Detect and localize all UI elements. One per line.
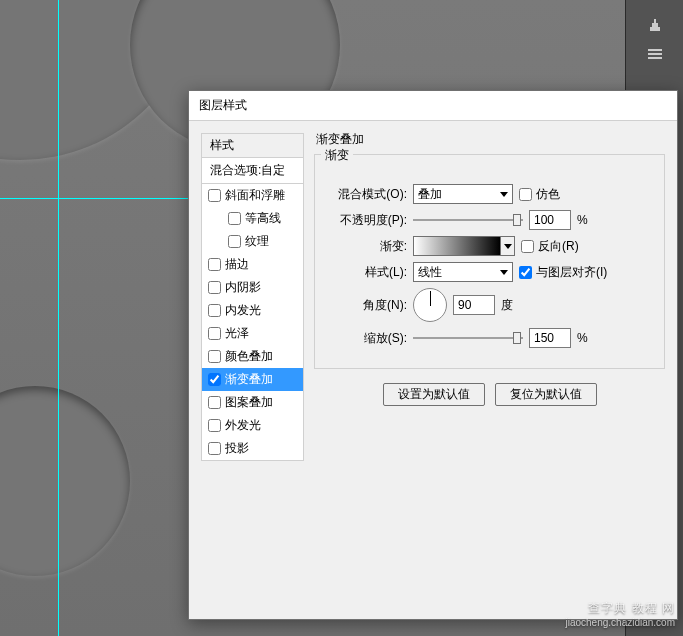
- style-item[interactable]: 内发光: [202, 299, 303, 322]
- blend-mode-label: 混合模式(O):: [325, 186, 407, 203]
- watermark: 查字典 教程 网 jiaocheng.chazidian.com: [565, 600, 675, 628]
- opacity-input[interactable]: [529, 210, 571, 230]
- style-item[interactable]: 纹理: [202, 230, 303, 253]
- blend-mode-value: 叠加: [418, 186, 442, 203]
- style-label: 样式(L):: [325, 264, 407, 281]
- watermark-main: 查字典 教程 网: [565, 600, 675, 617]
- style-item-checkbox[interactable]: [228, 235, 241, 248]
- svg-rect-0: [648, 49, 662, 51]
- brush-tool-icon[interactable]: [643, 14, 667, 38]
- style-item[interactable]: 描边: [202, 253, 303, 276]
- watermark-sub: jiaocheng.chazidian.com: [565, 617, 675, 628]
- gradient-label: 渐变:: [325, 238, 407, 255]
- style-item[interactable]: 颜色叠加: [202, 345, 303, 368]
- align-checkbox[interactable]: 与图层对齐(I): [519, 264, 607, 281]
- scale-label: 缩放(S):: [325, 330, 407, 347]
- style-value: 线性: [418, 264, 442, 281]
- reverse-check-input[interactable]: [521, 240, 534, 253]
- gradient-preview: [414, 237, 500, 255]
- layer-style-dialog: 图层样式 样式 混合选项:自定 斜面和浮雕等高线纹理描边内阴影内发光光泽颜色叠加…: [188, 90, 678, 620]
- angle-dial[interactable]: [413, 288, 447, 322]
- styles-panel: 样式 混合选项:自定 斜面和浮雕等高线纹理描边内阴影内发光光泽颜色叠加渐变叠加图…: [189, 121, 304, 621]
- style-item[interactable]: 图案叠加: [202, 391, 303, 414]
- style-item-label: 颜色叠加: [225, 348, 273, 365]
- style-item[interactable]: 投影: [202, 437, 303, 460]
- style-item[interactable]: 内阴影: [202, 276, 303, 299]
- angle-input[interactable]: [453, 295, 495, 315]
- scale-unit: %: [577, 331, 588, 345]
- style-item[interactable]: 外发光: [202, 414, 303, 437]
- style-item-label: 内阴影: [225, 279, 261, 296]
- style-select[interactable]: 线性: [413, 262, 513, 282]
- style-item-label: 斜面和浮雕: [225, 187, 285, 204]
- guide-vertical[interactable]: [58, 0, 59, 636]
- reverse-checkbox[interactable]: 反向(R): [521, 238, 579, 255]
- dither-checkbox[interactable]: 仿色: [519, 186, 560, 203]
- style-item-label: 渐变叠加: [225, 371, 273, 388]
- gradient-fieldset: 渐变 混合模式(O): 叠加 仿色 不透明度(P):: [314, 154, 665, 369]
- make-default-button[interactable]: 设置为默认值: [383, 383, 485, 406]
- bg-circle: [0, 386, 130, 576]
- opacity-unit: %: [577, 213, 588, 227]
- chevron-down-icon: [500, 192, 508, 197]
- gradient-picker[interactable]: [413, 236, 515, 256]
- settings-panel: 渐变叠加 渐变 混合模式(O): 叠加 仿色 不透明度(P):: [304, 121, 677, 621]
- style-item[interactable]: 渐变叠加: [202, 368, 303, 391]
- svg-rect-2: [648, 57, 662, 59]
- style-item-checkbox[interactable]: [208, 304, 221, 317]
- style-item-label: 光泽: [225, 325, 249, 342]
- style-item-label: 内发光: [225, 302, 261, 319]
- style-item-checkbox[interactable]: [208, 258, 221, 271]
- scale-input[interactable]: [529, 328, 571, 348]
- align-label: 与图层对齐(I): [536, 264, 607, 281]
- dialog-title: 图层样式: [189, 91, 677, 121]
- opacity-label: 不透明度(P):: [325, 212, 407, 229]
- chevron-down-icon: [500, 270, 508, 275]
- dither-label: 仿色: [536, 186, 560, 203]
- reset-default-button[interactable]: 复位为默认值: [495, 383, 597, 406]
- scale-slider[interactable]: [413, 331, 523, 345]
- align-check-input[interactable]: [519, 266, 532, 279]
- style-item-checkbox[interactable]: [208, 281, 221, 294]
- style-item-checkbox[interactable]: [228, 212, 241, 225]
- blending-options[interactable]: 混合选项:自定: [202, 158, 303, 184]
- gradient-dropdown-button[interactable]: [500, 237, 514, 255]
- style-item-label: 等高线: [245, 210, 281, 227]
- style-item-checkbox[interactable]: [208, 327, 221, 340]
- style-item-checkbox[interactable]: [208, 373, 221, 386]
- reverse-label: 反向(R): [538, 238, 579, 255]
- style-item-checkbox[interactable]: [208, 189, 221, 202]
- style-item[interactable]: 斜面和浮雕: [202, 184, 303, 207]
- options-icon[interactable]: [643, 42, 667, 66]
- style-item-label: 图案叠加: [225, 394, 273, 411]
- section-title: 渐变叠加: [316, 131, 665, 148]
- styles-header[interactable]: 样式: [202, 134, 303, 158]
- style-item[interactable]: 等高线: [202, 207, 303, 230]
- style-item-label: 纹理: [245, 233, 269, 250]
- style-item-checkbox[interactable]: [208, 350, 221, 363]
- opacity-slider[interactable]: [413, 213, 523, 227]
- style-item-label: 外发光: [225, 417, 261, 434]
- style-item-label: 描边: [225, 256, 249, 273]
- fieldset-title: 渐变: [321, 147, 353, 164]
- style-item-checkbox[interactable]: [208, 442, 221, 455]
- style-item-checkbox[interactable]: [208, 419, 221, 432]
- blend-mode-select[interactable]: 叠加: [413, 184, 513, 204]
- angle-label: 角度(N):: [325, 297, 407, 314]
- dither-check-input[interactable]: [519, 188, 532, 201]
- chevron-down-icon: [504, 244, 512, 249]
- style-item-checkbox[interactable]: [208, 396, 221, 409]
- style-item[interactable]: 光泽: [202, 322, 303, 345]
- svg-rect-1: [648, 53, 662, 55]
- style-item-label: 投影: [225, 440, 249, 457]
- angle-unit: 度: [501, 297, 513, 314]
